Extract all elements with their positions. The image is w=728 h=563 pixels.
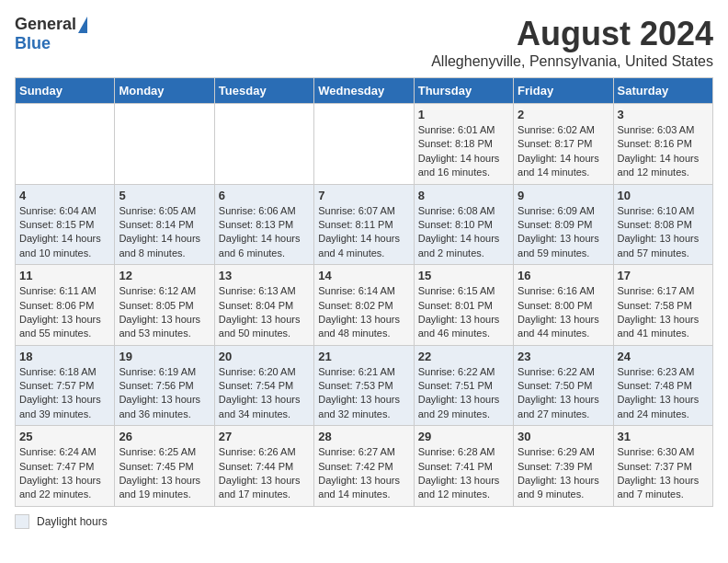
day-number: 25 (19, 430, 110, 443)
day-number: 14 (318, 269, 409, 282)
calendar-header-wednesday: Wednesday (314, 78, 414, 104)
day-info: Sunrise: 6:23 AM Sunset: 7:48 PM Dayligh… (618, 365, 709, 422)
logo: General Blue (15, 15, 87, 53)
logo-blue-text: Blue (15, 34, 51, 53)
day-info: Sunrise: 6:18 AM Sunset: 7:57 PM Dayligh… (19, 365, 110, 422)
day-number: 28 (318, 430, 409, 443)
day-number: 10 (618, 189, 709, 202)
legend-box (15, 514, 29, 529)
calendar-cell: 13Sunrise: 6:13 AM Sunset: 8:04 PM Dayli… (214, 265, 313, 346)
day-info: Sunrise: 6:28 AM Sunset: 7:41 PM Dayligh… (418, 445, 509, 502)
day-info: Sunrise: 6:14 AM Sunset: 8:02 PM Dayligh… (318, 284, 409, 341)
day-number: 3 (618, 108, 709, 121)
calendar-cell: 1Sunrise: 6:01 AM Sunset: 8:18 PM Daylig… (414, 104, 513, 185)
calendar-header-saturday: Saturday (613, 78, 712, 104)
day-info: Sunrise: 6:16 AM Sunset: 8:00 PM Dayligh… (518, 284, 609, 341)
calendar-cell (314, 104, 414, 185)
day-info: Sunrise: 6:15 AM Sunset: 8:01 PM Dayligh… (418, 284, 509, 341)
day-number: 31 (618, 430, 709, 443)
calendar-header-row: SundayMondayTuesdayWednesdayThursdayFrid… (16, 78, 713, 104)
calendar-header-thursday: Thursday (414, 78, 513, 104)
day-number: 6 (219, 189, 310, 202)
day-info: Sunrise: 6:09 AM Sunset: 8:09 PM Dayligh… (518, 204, 609, 261)
logo-triangle-icon (78, 17, 87, 33)
calendar-cell: 23Sunrise: 6:22 AM Sunset: 7:50 PM Dayli… (514, 345, 613, 426)
day-number: 17 (618, 269, 709, 282)
day-number: 27 (219, 430, 310, 443)
day-info: Sunrise: 6:27 AM Sunset: 7:42 PM Dayligh… (318, 445, 409, 502)
calendar-cell: 14Sunrise: 6:14 AM Sunset: 8:02 PM Dayli… (314, 265, 414, 346)
day-info: Sunrise: 6:21 AM Sunset: 7:53 PM Dayligh… (318, 365, 409, 422)
day-info: Sunrise: 6:04 AM Sunset: 8:15 PM Dayligh… (19, 204, 110, 261)
day-info: Sunrise: 6:07 AM Sunset: 8:11 PM Dayligh… (318, 204, 409, 261)
calendar-cell: 5Sunrise: 6:05 AM Sunset: 8:14 PM Daylig… (115, 184, 214, 265)
day-info: Sunrise: 6:08 AM Sunset: 8:10 PM Dayligh… (418, 204, 509, 261)
day-number: 16 (518, 269, 609, 282)
calendar-cell: 31Sunrise: 6:30 AM Sunset: 7:37 PM Dayli… (613, 426, 712, 507)
day-info: Sunrise: 6:03 AM Sunset: 8:16 PM Dayligh… (618, 123, 709, 180)
day-number: 18 (19, 350, 110, 363)
calendar-header-tuesday: Tuesday (214, 78, 313, 104)
day-number: 8 (418, 189, 509, 202)
calendar-cell: 15Sunrise: 6:15 AM Sunset: 8:01 PM Dayli… (414, 265, 513, 346)
calendar-table: SundayMondayTuesdayWednesdayThursdayFrid… (15, 77, 713, 507)
calendar-cell: 12Sunrise: 6:12 AM Sunset: 8:05 PM Dayli… (115, 265, 214, 346)
day-info: Sunrise: 6:26 AM Sunset: 7:44 PM Dayligh… (219, 445, 310, 502)
calendar-cell: 8Sunrise: 6:08 AM Sunset: 8:10 PM Daylig… (414, 184, 513, 265)
day-info: Sunrise: 6:19 AM Sunset: 7:56 PM Dayligh… (119, 365, 210, 422)
day-info: Sunrise: 6:17 AM Sunset: 7:58 PM Dayligh… (618, 284, 709, 341)
calendar-cell: 9Sunrise: 6:09 AM Sunset: 8:09 PM Daylig… (514, 184, 613, 265)
day-number: 11 (19, 269, 110, 282)
day-number: 22 (418, 350, 509, 363)
day-number: 13 (219, 269, 310, 282)
day-number: 7 (318, 189, 409, 202)
calendar-cell: 6Sunrise: 6:06 AM Sunset: 8:13 PM Daylig… (214, 184, 313, 265)
day-number: 12 (119, 269, 210, 282)
day-number: 24 (618, 350, 709, 363)
day-info: Sunrise: 6:25 AM Sunset: 7:45 PM Dayligh… (119, 445, 210, 502)
calendar-header-monday: Monday (115, 78, 214, 104)
page-header: General Blue August 2024 Alleghenyville,… (15, 15, 713, 70)
calendar-cell: 3Sunrise: 6:03 AM Sunset: 8:16 PM Daylig… (613, 104, 712, 185)
day-info: Sunrise: 6:06 AM Sunset: 8:13 PM Dayligh… (219, 204, 310, 261)
day-info: Sunrise: 6:11 AM Sunset: 8:06 PM Dayligh… (19, 284, 110, 341)
day-info: Sunrise: 6:02 AM Sunset: 8:17 PM Dayligh… (518, 123, 609, 180)
calendar-cell: 27Sunrise: 6:26 AM Sunset: 7:44 PM Dayli… (214, 426, 313, 507)
day-number: 1 (418, 108, 509, 121)
calendar-cell: 16Sunrise: 6:16 AM Sunset: 8:00 PM Dayli… (514, 265, 613, 346)
calendar-cell: 17Sunrise: 6:17 AM Sunset: 7:58 PM Dayli… (613, 265, 712, 346)
day-number: 26 (119, 430, 210, 443)
calendar-cell: 18Sunrise: 6:18 AM Sunset: 7:57 PM Dayli… (16, 345, 115, 426)
day-number: 21 (318, 350, 409, 363)
calendar-cell: 11Sunrise: 6:11 AM Sunset: 8:06 PM Dayli… (16, 265, 115, 346)
calendar-cell: 29Sunrise: 6:28 AM Sunset: 7:41 PM Dayli… (414, 426, 513, 507)
day-info: Sunrise: 6:24 AM Sunset: 7:47 PM Dayligh… (19, 445, 110, 502)
calendar-header-sunday: Sunday (16, 78, 115, 104)
calendar-cell: 20Sunrise: 6:20 AM Sunset: 7:54 PM Dayli… (214, 345, 313, 426)
day-info: Sunrise: 6:30 AM Sunset: 7:37 PM Dayligh… (618, 445, 709, 502)
day-number: 4 (19, 189, 110, 202)
calendar-cell: 28Sunrise: 6:27 AM Sunset: 7:42 PM Dayli… (314, 426, 414, 507)
calendar-cell: 10Sunrise: 6:10 AM Sunset: 8:08 PM Dayli… (613, 184, 712, 265)
day-number: 15 (418, 269, 509, 282)
day-number: 29 (418, 430, 509, 443)
calendar-cell: 26Sunrise: 6:25 AM Sunset: 7:45 PM Dayli… (115, 426, 214, 507)
day-info: Sunrise: 6:12 AM Sunset: 8:05 PM Dayligh… (119, 284, 210, 341)
title-area: August 2024 Alleghenyville, Pennsylvania… (431, 15, 713, 70)
calendar-week-row: 4Sunrise: 6:04 AM Sunset: 8:15 PM Daylig… (16, 184, 713, 265)
calendar-cell: 2Sunrise: 6:02 AM Sunset: 8:17 PM Daylig… (514, 104, 613, 185)
calendar-cell: 30Sunrise: 6:29 AM Sunset: 7:39 PM Dayli… (514, 426, 613, 507)
day-number: 23 (518, 350, 609, 363)
day-number: 5 (119, 189, 210, 202)
logo-general-text: General (15, 15, 76, 34)
location-text: Alleghenyville, Pennsylvania, United Sta… (431, 53, 713, 70)
calendar-cell (115, 104, 214, 185)
day-info: Sunrise: 6:13 AM Sunset: 8:04 PM Dayligh… (219, 284, 310, 341)
calendar-cell: 21Sunrise: 6:21 AM Sunset: 7:53 PM Dayli… (314, 345, 414, 426)
day-number: 20 (219, 350, 310, 363)
calendar-week-row: 1Sunrise: 6:01 AM Sunset: 8:18 PM Daylig… (16, 104, 713, 185)
calendar-cell: 19Sunrise: 6:19 AM Sunset: 7:56 PM Dayli… (115, 345, 214, 426)
day-number: 2 (518, 108, 609, 121)
legend-label: Daylight hours (37, 515, 108, 528)
day-number: 9 (518, 189, 609, 202)
